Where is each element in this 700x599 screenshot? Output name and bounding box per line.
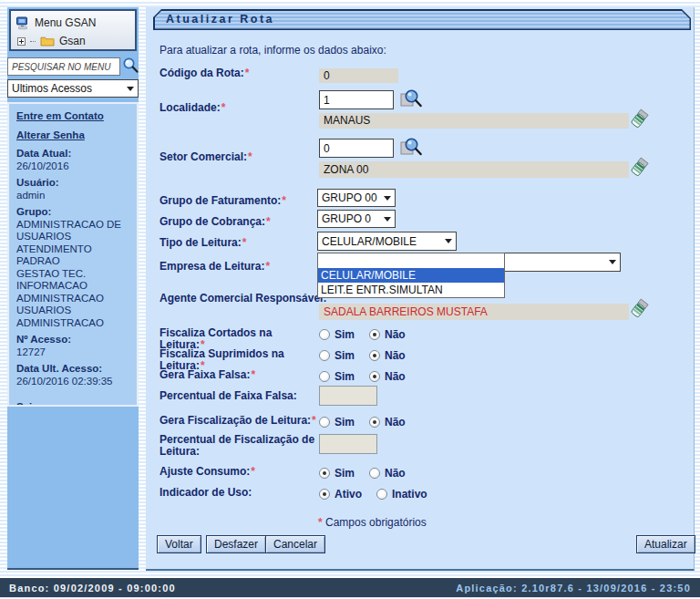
- fiscaliza-suprimidos-nao-radio[interactable]: [369, 350, 380, 361]
- localidade-code-input[interactable]: [319, 90, 394, 109]
- agente-value: SADALA BARREIROS MUSTAFA: [319, 304, 629, 320]
- chevron-down-icon: [609, 260, 616, 264]
- dropdown-option-leit-entr[interactable]: LEIT.E ENTR.SIMULTAN: [318, 283, 504, 297]
- percentual-faixa-falsa-label: Percentual de Faixa Falsa:: [160, 390, 316, 402]
- eraser-icon: [630, 297, 649, 321]
- contact-link[interactable]: Entre em Contato: [16, 110, 104, 123]
- computer-icon: [15, 16, 30, 30]
- voltar-button[interactable]: Voltar: [157, 535, 201, 553]
- menu-gsan-box: Menu GSAN Gsan: [9, 9, 137, 51]
- access-count-pair: Nº Acesso: 12727: [16, 334, 129, 358]
- doc-search-icon: [398, 136, 423, 160]
- percentual-faixa-falsa-input[interactable]: [319, 386, 377, 406]
- gera-fiscalizacao-radios: Sim Não: [319, 415, 420, 429]
- folder-icon: [40, 36, 55, 46]
- tree-item-gsan[interactable]: Gsan: [15, 32, 130, 50]
- footer-app-version-info: Aplicação: 2.10r87.6 - 13/09/2016 - 23:5…: [456, 583, 691, 594]
- ajuste-consumo-nao-radio[interactable]: [369, 468, 380, 479]
- menu-search-input[interactable]: [7, 57, 120, 76]
- sidebar-info-panel: Entre em Contato Alterar Senha Data Atua…: [7, 102, 139, 407]
- grupo-cobranca-select[interactable]: GRUPO 0: [317, 210, 396, 228]
- localidade-clear-button[interactable]: [630, 108, 649, 131]
- empresa-leitura-label: Empresa de Leitura:*: [160, 261, 316, 273]
- user-pair: Usuário: admin: [16, 177, 129, 201]
- search-icon[interactable]: [121, 56, 139, 76]
- indicador-uso-radios: Ativo Inativo: [319, 487, 442, 501]
- localidade-name-value: MANAUS: [319, 113, 629, 129]
- percentual-fiscalizacao-input[interactable]: [319, 434, 377, 454]
- atualizar-button[interactable]: Atualizar: [636, 535, 695, 553]
- sidebar: Menu GSAN Gsan: [7, 7, 139, 570]
- gera-fiscalizacao-label: Gera Fiscalização de Leitura:*: [160, 415, 316, 427]
- dropdown-option-celular[interactable]: CELULAR/MOBILE: [318, 268, 504, 283]
- user-label: Usuário:: [16, 177, 129, 190]
- tipo-leitura-dropdown-list: CELULAR/MOBILE LEIT.E ENTR.SIMULTAN: [317, 253, 505, 298]
- chevron-down-icon: [127, 87, 134, 91]
- doc-search-icon: [398, 88, 423, 111]
- setor-clear-button[interactable]: [630, 156, 649, 180]
- cancelar-button[interactable]: Cancelar: [265, 535, 325, 553]
- page-title-bar: Atualizar Rota: [153, 9, 691, 30]
- user-value: admin: [16, 190, 129, 202]
- menu-gsan-label: Menu GSAN: [35, 16, 96, 29]
- eraser-icon: [630, 108, 649, 131]
- setor-name-value: ZONA 00: [319, 161, 629, 178]
- change-password-link[interactable]: Alterar Senha: [16, 129, 85, 142]
- grupo-faturamento-select[interactable]: GRUPO 00: [317, 189, 396, 207]
- eraser-icon: [630, 156, 649, 180]
- menu-search: [7, 56, 139, 77]
- gera-faixa-falsa-label: Gera Faixa Falsa:*: [160, 369, 316, 381]
- indicador-uso-inativo-radio[interactable]: [376, 489, 387, 500]
- gera-faixa-falsa-nao-radio[interactable]: [369, 371, 380, 382]
- current-date-pair: Data Atual: 26/10/2016: [16, 148, 129, 172]
- ajuste-consumo-label: Ajuste Consumo:*: [160, 466, 316, 478]
- codigo-rota-label: Código da Rota:*: [160, 67, 316, 79]
- gera-fiscalizacao-nao-radio[interactable]: [369, 417, 380, 428]
- indicador-uso-ativo-radio[interactable]: [319, 489, 330, 500]
- tree-item-gsan-label: Gsan: [59, 35, 86, 47]
- recent-access-select[interactable]: Ultimos Acessos: [7, 79, 139, 98]
- tree-expand-icon[interactable]: [17, 37, 26, 46]
- form-intro: Para atualizar a rota, informe os dados …: [160, 44, 386, 57]
- localidade-search-button[interactable]: [398, 88, 423, 111]
- codigo-rota-value: 0: [319, 68, 398, 83]
- main-panel: Atualizar Rota Para atualizar a rota, in…: [146, 7, 695, 571]
- setor-search-button[interactable]: [398, 136, 423, 160]
- chevron-down-icon: [384, 217, 391, 222]
- fiscaliza-cortados-radios: Sim Não: [319, 327, 420, 341]
- grupo-faturamento-label: Grupo de Faturamento:*: [160, 195, 316, 207]
- setor-comercial-label: Setor Comercial:*: [160, 151, 316, 163]
- access-count-value: 12727: [16, 346, 129, 359]
- access-count-label: Nº Acesso:: [16, 334, 129, 346]
- required-fields-note: * Campos obrigatórios: [317, 516, 427, 529]
- last-access-value: 26/10/2016 02:39:35: [16, 376, 129, 388]
- last-access-pair: Data Ult. Acesso: 26/10/2016 02:39:35: [16, 363, 129, 387]
- group-label: Grupo:: [16, 206, 129, 219]
- indicador-uso-label: Indicador de Uso:: [160, 487, 316, 499]
- tipo-leitura-select[interactable]: CELULAR/MOBILE: [317, 232, 457, 251]
- fiscaliza-cortados-sim-radio[interactable]: [319, 329, 330, 340]
- gera-fiscalizacao-sim-radio[interactable]: [319, 417, 330, 428]
- current-date-value: 26/10/2016: [16, 160, 129, 173]
- ajuste-consumo-sim-radio[interactable]: [319, 468, 330, 479]
- agente-clear-button[interactable]: [630, 297, 649, 321]
- logout-link[interactable]: Sair: [16, 401, 36, 407]
- chevron-down-icon: [445, 239, 452, 243]
- gera-faixa-falsa-radios: Sim Não: [319, 369, 420, 383]
- chevron-down-icon: [384, 196, 391, 201]
- menu-gsan-header[interactable]: Menu GSAN: [15, 14, 130, 32]
- dropdown-option-empty[interactable]: [318, 253, 504, 268]
- percentual-fiscalizacao-label: Percentual de Fiscalização de Leitura:: [160, 434, 316, 458]
- footer-database-info: Banco: 09/02/2009 - 09:00:00: [9, 583, 176, 594]
- setor-code-input[interactable]: [319, 139, 394, 158]
- fiscaliza-cortados-nao-radio[interactable]: [369, 329, 380, 340]
- recent-access-select-value: Ultimos Acessos: [12, 82, 92, 95]
- fiscaliza-suprimidos-sim-radio[interactable]: [319, 350, 330, 361]
- grupo-cobranca-label: Grupo de Cobrança:*: [160, 216, 316, 228]
- desfazer-button[interactable]: Desfazer: [206, 535, 266, 553]
- ajuste-consumo-radios: Sim Não: [319, 466, 420, 480]
- gera-faixa-falsa-sim-radio[interactable]: [319, 371, 330, 382]
- page-title: Atualizar Rota: [166, 9, 274, 30]
- fiscaliza-suprimidos-radios: Sim Não: [319, 348, 420, 362]
- group-pair: Grupo: ADMINISTRACAO DE USUARIOS ATENDIM…: [16, 206, 129, 329]
